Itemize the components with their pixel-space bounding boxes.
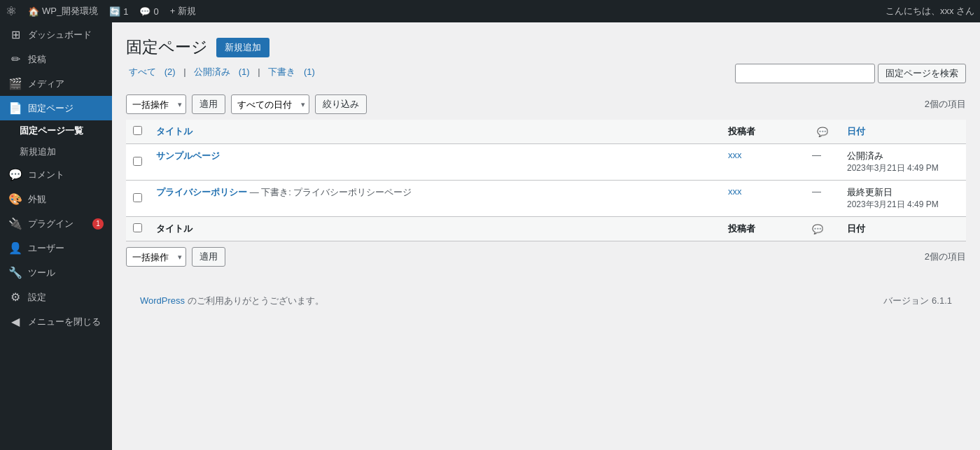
plugins-icon: 🔌 [8, 217, 22, 230]
sidebar-item-label: 設定 [28, 291, 46, 304]
page-header: 固定ページ 新規追加 [126, 36, 966, 58]
bulk-apply-button[interactable]: 適用 [192, 94, 225, 114]
search-input[interactable] [735, 64, 875, 83]
version-text: バージョン 6.1.1 [883, 295, 952, 307]
wordpress-link[interactable]: WordPress [140, 295, 185, 306]
sidebar-item-comments[interactable]: 💬 コメント [0, 162, 112, 187]
select-all-checkbox[interactable] [133, 126, 142, 135]
sidebar-item-dashboard[interactable]: ⊞ ダッシュボード [0, 22, 112, 47]
search-button[interactable]: 固定ページを検索 [878, 64, 966, 83]
col-title-header[interactable]: タイトル [149, 120, 721, 144]
sidebar-item-label: メニューを閉じる [28, 316, 101, 328]
sidebar-item-plugins[interactable]: 🔌 プラグイン 1 [0, 211, 112, 236]
table-body: サンプルページ xxx — 公開済み 2023年3月21日 4:49 PM プラ… [126, 144, 966, 217]
pages-list-label: 固定ページ一覧 [20, 125, 83, 137]
bulk-action-select-wrap: 一括操作 [126, 94, 186, 114]
update-icon[interactable]: 🔄 1 [109, 6, 128, 17]
dashboard-icon: ⊞ [8, 28, 22, 41]
page-title: 固定ページ [126, 36, 208, 58]
filter-published-link[interactable]: 公開済み (1) [191, 66, 253, 77]
main-content: 固定ページ 新規追加 すべて (2) | 公開済み (1) | 下書き (1) … [112, 22, 980, 450]
sidebar-subitem-pages-list[interactable]: 固定ページ一覧 [0, 120, 112, 141]
row-date-cell: 最終更新日 2023年3月21日 4:49 PM [840, 181, 966, 217]
page-subtitle: — 下書き: プライバシーポリシーページ [250, 187, 412, 197]
author-link[interactable]: xxx [728, 150, 742, 160]
row-comments-cell: — [805, 144, 840, 181]
sidebar-item-label: コメント [28, 169, 64, 181]
row-checkbox-cell [126, 181, 149, 217]
sidebar: ⊞ ダッシュボード ✏ 投稿 🎬 メディア 📄 固定ページ 固定ページ一覧 新規… [0, 22, 112, 450]
col-date-footer: 日付 [840, 217, 966, 241]
date-status: 最終更新日 [847, 187, 892, 197]
sidebar-item-tools[interactable]: 🔧 ツール [0, 260, 112, 285]
greeting: こんにちは、xxx さん [886, 5, 974, 17]
sidebar-item-media[interactable]: 🎬 メディア [0, 71, 112, 96]
sidebar-item-pages[interactable]: 📄 固定ページ [0, 96, 112, 120]
row-checkbox[interactable] [133, 157, 142, 166]
col-check-header [126, 120, 149, 144]
pages-new-label: 新規追加 [20, 146, 56, 158]
media-icon: 🎬 [8, 77, 22, 90]
sidebar-subitem-pages-new[interactable]: 新規追加 [0, 141, 112, 162]
col-date-sort-link[interactable]: 日付 [847, 126, 865, 136]
collapse-icon: ◀ [8, 315, 22, 328]
author-link[interactable]: xxx [728, 186, 742, 197]
col-comments-footer: 💬 [805, 217, 840, 241]
sidebar-item-collapse[interactable]: ◀ メニューを閉じる [0, 309, 112, 334]
date-filter-select[interactable]: すべての日付 [231, 94, 309, 114]
tools-icon: 🔧 [8, 266, 22, 279]
filter-button[interactable]: 絞り込み [315, 94, 367, 114]
row-title-cell: サンプルページ [149, 144, 721, 181]
page-title-link[interactable]: サンプルページ [156, 150, 220, 161]
row-checkbox[interactable] [133, 193, 142, 202]
select-all-footer-checkbox[interactable] [133, 223, 142, 232]
col-title-footer: タイトル [149, 217, 721, 241]
page-title-link[interactable]: プライバシーポリシー [156, 187, 247, 197]
admin-bar: ⚛ 🏠 WP_開発環境 🔄 1 💬 0 + 新規 こんにちは、xxx さん [0, 0, 980, 22]
sidebar-item-posts[interactable]: ✏ 投稿 [0, 47, 112, 71]
bulk-action-bottom-select-wrap: 一括操作 [126, 247, 186, 267]
date-value: 2023年3月21日 4:49 PM [847, 163, 939, 173]
users-icon: 👤 [8, 241, 22, 255]
filter-draft-link[interactable]: 下書き (1) [265, 66, 318, 77]
sidebar-item-label: プラグイン [28, 218, 74, 230]
bulk-apply-bottom-button[interactable]: 適用 [192, 247, 225, 267]
sidebar-item-users[interactable]: 👤 ユーザー [0, 236, 112, 260]
comments-dash: — [812, 150, 821, 160]
comment-header-icon: 💬 [817, 127, 828, 137]
sidebar-item-label: 投稿 [28, 53, 46, 66]
new-content-button[interactable]: + 新規 [170, 5, 196, 17]
sidebar-item-label: ツール [28, 267, 55, 279]
row-author-cell: xxx [721, 144, 805, 181]
filter-all-link[interactable]: すべて (2) [126, 66, 178, 77]
col-title-sort-link[interactable]: タイトル [156, 126, 192, 136]
footer: WordPress のご利用ありがとうございます。 バージョン 6.1.1 [126, 281, 966, 321]
appearance-icon: 🎨 [8, 192, 22, 206]
col-author-header: 投稿者 [721, 120, 805, 144]
date-value: 2023年3月21日 4:49 PM [847, 199, 939, 209]
items-count-top: 2個の項目 [925, 98, 966, 111]
bulk-action-select[interactable]: 一括操作 [126, 94, 186, 114]
sidebar-item-appearance[interactable]: 🎨 外観 [0, 187, 112, 211]
sidebar-item-label: ダッシュボード [28, 29, 92, 41]
comments-icon[interactable]: 💬 0 [139, 6, 158, 17]
search-area: 固定ページを検索 [735, 64, 966, 83]
bulk-action-bottom-select[interactable]: 一括操作 [126, 247, 186, 267]
new-page-button[interactable]: 新規追加 [216, 38, 270, 57]
footer-thanks: のご利用ありがとうございます。 [188, 295, 324, 306]
comments-dash: — [812, 186, 821, 197]
sidebar-item-label: 外観 [28, 193, 46, 206]
col-author-footer: 投稿者 [721, 217, 805, 241]
plugins-badge: 1 [92, 218, 104, 230]
pages-icon: 📄 [8, 101, 22, 115]
sidebar-item-label: メディア [28, 78, 64, 90]
comment-footer-icon: 💬 [812, 224, 823, 234]
col-check-footer [126, 217, 149, 241]
col-date-header[interactable]: 日付 [840, 120, 966, 144]
wp-logo[interactable]: ⚛ [6, 3, 17, 19]
settings-icon: ⚙ [8, 290, 22, 304]
table-toolbar-top: 一括操作 適用 すべての日付 絞り込み 2個の項目 [126, 94, 966, 114]
sidebar-item-settings[interactable]: ⚙ 設定 [0, 285, 112, 309]
site-name[interactable]: 🏠 WP_開発環境 [28, 5, 98, 17]
row-author-cell: xxx [721, 181, 805, 217]
